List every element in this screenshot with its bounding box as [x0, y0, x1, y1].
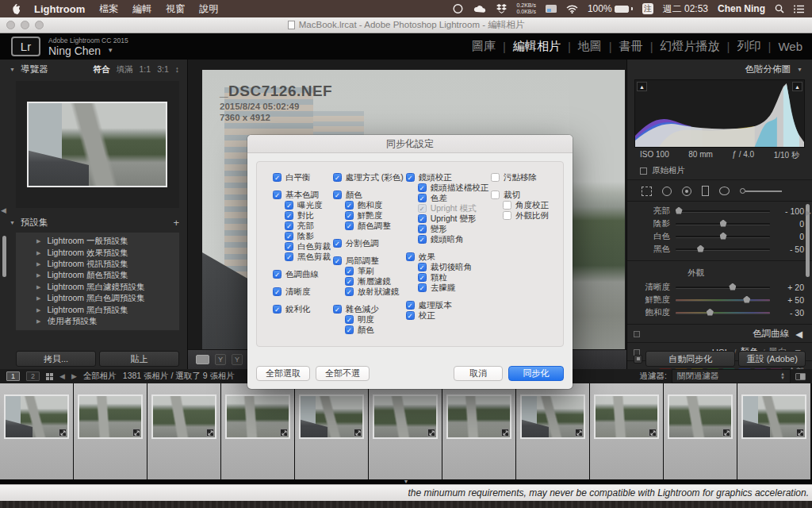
menu-help[interactable]: 說明: [199, 2, 218, 16]
slider-thumb[interactable]: [697, 245, 704, 252]
presets-header[interactable]: ▼ 預設集 +: [0, 213, 187, 231]
filmstrip-thumbnail[interactable]: [594, 394, 659, 439]
next-photo-icon[interactable]: ▶: [71, 372, 77, 380]
module-tab-4[interactable]: 書冊: [619, 39, 643, 54]
preset-folder[interactable]: ▶Lightroom 顏色預設集: [16, 270, 179, 281]
sync-option-角度校正[interactable]: 角度校正: [503, 200, 549, 210]
adjustment-badge-icon[interactable]: [575, 429, 583, 437]
checkbox-icon[interactable]: ✓: [333, 305, 342, 314]
checkbox-icon[interactable]: ✓: [273, 173, 282, 182]
left-panel-scrollbar[interactable]: [2, 236, 6, 277]
original-photo-row[interactable]: 原始相片: [627, 161, 812, 180]
slider-track[interactable]: [676, 223, 770, 225]
adjustment-badge-icon[interactable]: [206, 429, 214, 437]
sync-option-鏡頭暗角[interactable]: ✓鏡頭暗角: [418, 234, 489, 244]
navigator-zoom-option[interactable]: 符合: [94, 64, 110, 75]
slider-thumb[interactable]: [676, 207, 683, 214]
checkbox-icon[interactable]: ✓: [345, 287, 354, 296]
checkbox-icon[interactable]: ✓: [285, 232, 293, 241]
primary-screen-button[interactable]: 1: [6, 371, 20, 381]
adjustment-badge-icon[interactable]: [427, 429, 435, 437]
reset-button[interactable]: 重設 (Adobe): [738, 351, 806, 367]
checkbox-icon[interactable]: ✓: [418, 273, 427, 282]
sync-option-校正[interactable]: ✓校正: [406, 310, 489, 321]
menubar-user[interactable]: Chen Ning: [718, 3, 765, 14]
filmstrip-cell[interactable]: [147, 383, 220, 479]
slider-thumb[interactable]: [720, 233, 727, 240]
checkbox-icon[interactable]: ✓: [285, 221, 293, 230]
checkbox-icon[interactable]: ✓: [345, 221, 354, 230]
battery-indicator[interactable]: 100%: [588, 3, 633, 14]
checkbox-icon[interactable]: [491, 190, 500, 199]
filmstrip-cell[interactable]: [295, 383, 368, 479]
sync-option-色差[interactable]: ✓色差: [418, 193, 489, 203]
filmstrip-thumbnail[interactable]: [225, 394, 290, 439]
checkbox-icon[interactable]: ✓: [418, 283, 427, 292]
menu-edit[interactable]: 編輯: [132, 2, 151, 16]
slider-track[interactable]: [676, 236, 770, 238]
slider-track[interactable]: [676, 210, 770, 213]
checkbox-icon[interactable]: ✓: [333, 239, 342, 248]
before-after-left-icon[interactable]: Y: [215, 354, 226, 365]
sync-option-清晰度[interactable]: ✓清晰度: [273, 287, 331, 297]
filmstrip-thumbnail[interactable]: [520, 394, 585, 439]
preset-folder[interactable]: ▶Lightroom 一般預設集: [16, 236, 179, 247]
checkbox-icon[interactable]: ✓: [273, 287, 282, 296]
checkbox-icon[interactable]: ✓: [406, 252, 415, 261]
adjustment-badge-icon[interactable]: [649, 429, 657, 437]
input-method-badge[interactable]: 注: [642, 3, 653, 14]
radial-filter-tool-icon[interactable]: [719, 187, 730, 195]
filmstrip-thumbnail[interactable]: [373, 394, 438, 439]
filmstrip-thumbnail[interactable]: [4, 394, 69, 439]
sync-option-黑色剪裁[interactable]: ✓黑色剪裁: [285, 252, 331, 262]
checkbox-icon[interactable]: ✓: [273, 190, 282, 199]
preset-folder[interactable]: ▶Lightroom 黑白預設集: [16, 304, 179, 315]
checkbox-icon[interactable]: ✓: [418, 183, 427, 192]
sync-option-亮部[interactable]: ✓亮部: [285, 221, 331, 231]
checkbox-icon[interactable]: ✓: [285, 242, 293, 251]
menu-window[interactable]: 視窗: [166, 2, 185, 16]
add-preset-button[interactable]: +: [173, 217, 179, 229]
navigator-zoom-option[interactable]: 1:1: [140, 64, 151, 75]
adjustment-badge-icon[interactable]: [501, 429, 509, 437]
sync-option-對比[interactable]: ✓對比: [285, 210, 331, 221]
sync-option-筆刷[interactable]: ✓筆刷: [345, 266, 404, 276]
collapse-right-panel-icon[interactable]: ▶: [806, 209, 811, 217]
checkbox-icon[interactable]: ✓: [406, 311, 415, 320]
checkbox-icon[interactable]: ✓: [333, 190, 342, 199]
slider-thumb[interactable]: [743, 296, 750, 303]
checkbox-icon[interactable]: ✓: [418, 214, 427, 223]
adjustment-badge-icon[interactable]: [796, 429, 804, 437]
checkbox-icon[interactable]: ✓: [285, 252, 293, 261]
checkbox-icon[interactable]: ✓: [345, 277, 354, 286]
filter-dropdown[interactable]: 關閉過濾器 ▲▼: [672, 369, 791, 383]
checkbox-icon[interactable]: [503, 201, 511, 210]
adjustment-badge-icon[interactable]: [722, 429, 730, 437]
menubar-clock[interactable]: 週二 02:53: [663, 2, 708, 16]
highlight-clipping-icon[interactable]: ▲: [792, 82, 802, 91]
sync-option-顏色[interactable]: ✓顏色: [333, 190, 404, 200]
checkbox-icon[interactable]: ✓: [345, 315, 354, 324]
filter-switch-icon[interactable]: [795, 373, 806, 380]
sync-option-去朦朧[interactable]: ✓去朦朧: [418, 283, 489, 293]
checkbox-icon[interactable]: ✓: [285, 201, 293, 210]
filmstrip-thumbnail[interactable]: [78, 394, 143, 439]
checkbox-icon[interactable]: ✓: [345, 325, 354, 334]
checkbox-icon[interactable]: ✓: [418, 204, 427, 213]
sync-option-鏡頭校正[interactable]: ✓鏡頭校正: [406, 172, 489, 183]
sync-option-變形[interactable]: ✓變形: [418, 224, 489, 234]
adjustment-badge-icon[interactable]: [354, 429, 362, 437]
synchronize-button[interactable]: 同步化: [508, 366, 564, 381]
filmstrip-thumbnail[interactable]: [741, 394, 806, 439]
source-label[interactable]: 全部相片: [83, 371, 117, 382]
secondary-screen-button[interactable]: 2: [26, 371, 40, 381]
checkbox-icon[interactable]: ✓: [418, 225, 427, 233]
sync-option-鮮艷度[interactable]: ✓鮮艷度: [345, 210, 404, 221]
sync-option-外觀比例[interactable]: 外觀比例: [503, 210, 549, 221]
filmstrip-cell[interactable]: [590, 383, 663, 479]
crop-tool-icon[interactable]: [642, 187, 652, 196]
spotlight-search-icon[interactable]: [775, 4, 784, 13]
module-tab-2[interactable]: 編輯相片: [513, 39, 561, 54]
slider-thumb[interactable]: [729, 283, 736, 291]
module-tab-5[interactable]: 幻燈片播放: [661, 39, 720, 54]
